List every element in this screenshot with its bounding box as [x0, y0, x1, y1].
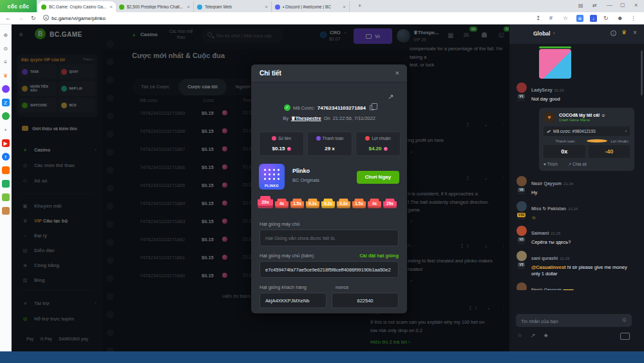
rail-shortcut-icon[interactable]: ⊛	[2, 31, 10, 39]
chat-scrollbar[interactable]	[641, 50, 643, 95]
reload-icon[interactable]: ↻	[31, 15, 36, 21]
emoji-icon[interactable]: ☺	[621, 317, 627, 323]
luck-icon[interactable]: ♣	[544, 332, 548, 338]
avatar[interactable]	[516, 83, 527, 93]
back-icon[interactable]: ←	[5, 15, 11, 21]
chat-message[interactable]: V8 Nasir Qayyum21:24 Hy	[516, 176, 635, 196]
rail-shortcut-icon[interactable]	[2, 207, 10, 215]
card-like-button[interactable]: ♥ Thích	[544, 162, 558, 166]
browser-tab[interactable]: BC.Game: Crypto Casino Ga... ×	[38, 1, 116, 12]
sync-icon[interactable]: ↻	[603, 15, 609, 21]
avatar[interactable]	[516, 201, 527, 211]
chat-room-selector[interactable]: Global	[533, 30, 550, 37]
rail-shortcut-icon[interactable]	[2, 166, 10, 174]
qr-code-icon[interactable]: #	[549, 15, 553, 21]
chat-message[interactable]: V30 Miss ↻ Pakistan21:24 ☺	[516, 201, 635, 221]
profile-avatar-icon[interactable]: ☻	[617, 15, 623, 21]
nonce-field: 622540	[332, 293, 399, 308]
chat-username[interactable]: Miss ↻ Pakistan	[531, 206, 566, 211]
chat-username[interactable]: Nasir Qayyum	[531, 181, 562, 186]
chat-username[interactable]: LadySexy	[531, 88, 553, 92]
chat-message[interactable]: V1 LadySexy21:23 Not day good	[516, 83, 635, 103]
window-minimize-button[interactable]: —	[607, 2, 612, 8]
bookmark-star-icon[interactable]: ☆	[563, 15, 568, 21]
plinko-thumbnail[interactable]: PLINKO	[259, 164, 285, 190]
chat-username[interactable]: Nasir Qayyum	[531, 288, 562, 291]
play-now-button[interactable]: Chơi Ngay	[357, 171, 399, 184]
card-share-button[interactable]: ↗ Chia sẻ	[568, 162, 587, 167]
rain-icon[interactable]: ☆	[517, 332, 522, 338]
chat-message[interactable]: V3 Saimant21:25 Серёга ты здесь?	[516, 226, 635, 246]
rail-shortcut-icon[interactable]: Z	[2, 99, 10, 106]
address-bar[interactable]: bc.game/vi/game/plinko	[52, 15, 106, 21]
browser-tabstrip: cốc cốc BC.Game: Crypto Casino Ga... × $…	[0, 0, 644, 12]
chat-message[interactable]: V8 Nasir Qayyum21:26 Hay 54	[516, 282, 635, 291]
browser-tab[interactable]: Telegram Web ×	[194, 1, 272, 12]
rail-shortcut-icon[interactable]	[2, 85, 10, 93]
rail-shortcut-icon[interactable]: f	[2, 153, 10, 161]
tab-layout-icon[interactable]: ▤	[578, 3, 583, 8]
tip-icon[interactable]: ↗	[531, 332, 536, 338]
chat-input[interactable]	[516, 315, 616, 328]
chat-text: Серёга ты здесь?	[531, 239, 571, 245]
rail-shortcut-icon[interactable]	[2, 180, 10, 188]
bet-author[interactable]: ♛Thespectre	[291, 115, 321, 121]
card-bet-row[interactable]: Mã cược: #980412193 ›	[544, 126, 630, 136]
on-label: On	[324, 115, 330, 121]
avatar[interactable]	[516, 251, 527, 261]
site-info-icon[interactable]: A	[43, 15, 49, 21]
tab-favicon	[119, 5, 124, 10]
chat-username[interactable]: sani qurashi	[531, 256, 558, 260]
share-icon[interactable]: ↗	[388, 93, 393, 101]
tab-close-icon[interactable]: ×	[187, 4, 190, 10]
download-manager-icon[interactable]: ↓	[590, 15, 597, 22]
info-icon[interactable]: i	[611, 30, 616, 36]
tab-switch-icon[interactable]: ⇄	[592, 3, 597, 8]
window-maximize-button[interactable]: ▢	[620, 2, 625, 8]
chat-image-attachment[interactable]	[539, 49, 571, 79]
avatar[interactable]	[516, 226, 527, 236]
copy-icon[interactable]	[370, 105, 374, 110]
window-close-button[interactable]: ×	[634, 2, 638, 8]
tab-title: • Discord | #welcome | BC	[283, 5, 341, 9]
trophy-icon[interactable]: ♛	[621, 29, 627, 35]
avatar[interactable]	[516, 176, 527, 186]
tab-close-icon[interactable]: ×	[109, 4, 113, 10]
forward-icon[interactable]: →	[18, 15, 24, 21]
card-payout-value: 0x	[544, 145, 585, 158]
tab-close-icon[interactable]: ×	[265, 4, 268, 10]
browser-tab[interactable]: $2,500 Prestige Plinko Chall... ×	[116, 1, 194, 12]
chat-input-wrap[interactable]: ☺	[516, 314, 632, 327]
unread-count-bubble[interactable]: 54	[561, 289, 576, 291]
stat-label: Lợi nhuận	[372, 136, 390, 141]
coccoc-brand[interactable]: cốc cốc	[0, 0, 37, 12]
shared-bet-card[interactable]: ♥ COCOđã lấy tất cả! ☺ Crash Game Mania …	[539, 108, 634, 171]
chat-username[interactable]: Saimant	[531, 231, 549, 235]
browser-tab[interactable]: • Discord | #welcome | BC ×	[272, 1, 350, 12]
save-page-icon[interactable]: ↥	[536, 15, 541, 21]
rail-shortcut-icon[interactable]: ≡	[2, 58, 10, 66]
gif-picker-icon[interactable]	[620, 333, 630, 340]
stat-value: $4.20	[368, 146, 381, 152]
adblock-extension-icon[interactable]: ≣	[576, 15, 583, 22]
card-title: COCOđã lấy tất cả! ☺	[559, 113, 606, 118]
multiplier-row: 29x 4x 1.5x 0.3x 0.2x 0.3x 1.5x 4x 29x	[258, 196, 397, 208]
rail-shortcut-icon[interactable]: +	[2, 126, 10, 133]
chat-message[interactable]: V3 sani qurashi21:25 @Casualinvest hi si…	[516, 251, 635, 277]
chat-close-icon[interactable]: ×	[633, 29, 637, 36]
rail-shortcut-icon[interactable]	[2, 193, 10, 201]
tab-close-icon[interactable]: ×	[343, 4, 346, 10]
multiplier-chip: 0.2x	[321, 199, 335, 208]
rail-shortcut-icon[interactable]: ♛	[2, 72, 10, 79]
new-tab-button[interactable]: +	[358, 3, 361, 9]
chat-timestamp: 21:23	[554, 88, 564, 92]
game-name[interactable]: Plinko	[292, 168, 310, 174]
chat-timestamp: 21:25	[551, 231, 560, 235]
set-seed-link[interactable]: Cài đặt hạt giống	[359, 253, 399, 259]
rail-shortcut-icon[interactable]	[2, 112, 10, 120]
rail-shortcut-icon[interactable]: ⊙	[2, 44, 10, 52]
rail-shortcut-icon[interactable]: ▶	[2, 139, 10, 147]
close-icon[interactable]: ×	[395, 69, 399, 77]
browser-menu-icon[interactable]: ⋮	[630, 15, 636, 21]
avatar[interactable]	[516, 282, 527, 291]
